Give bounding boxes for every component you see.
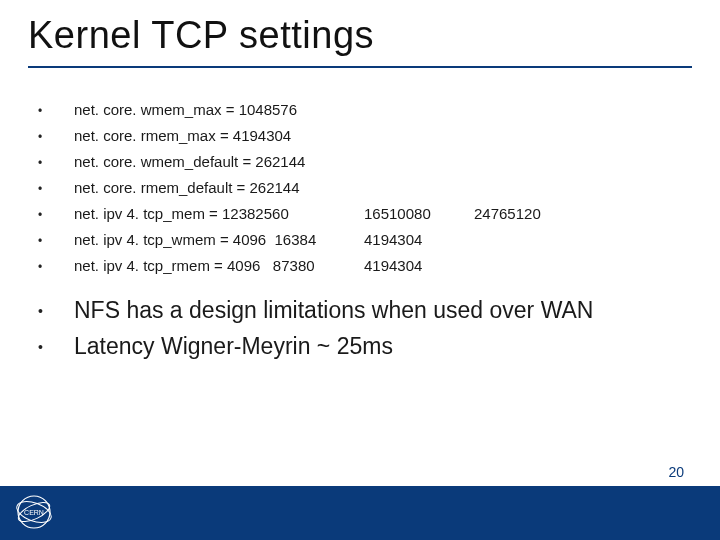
- note-text: NFS has a design limitations when used o…: [74, 295, 593, 325]
- cell: net. ipv 4. tcp_mem = 12382560: [74, 204, 364, 224]
- list-item: • NFS has a design limitations when used…: [38, 295, 678, 327]
- cell: 16510080: [364, 204, 474, 224]
- setting-text: net. core. rmem_default = 262144: [74, 178, 300, 198]
- settings-list: • net. core. wmem_max = 1048576 • net. c…: [38, 100, 678, 282]
- bullet-icon: •: [38, 256, 74, 278]
- bullet-icon: •: [38, 178, 74, 200]
- setting-text: net. ipv 4. tcp_mem = 123825601651008024…: [74, 204, 584, 224]
- list-item: • net. ipv 4. tcp_rmem = 4096 8738041943…: [38, 256, 678, 278]
- cern-logo-icon: CERN: [14, 492, 54, 532]
- cell: net. ipv 4. tcp_rmem = 4096 87380: [74, 256, 364, 276]
- cell: 4194304: [364, 256, 474, 276]
- cell: net. ipv 4. tcp_wmem = 4096 16384: [74, 230, 364, 250]
- setting-text: net. ipv 4. tcp_wmem = 4096 163844194304: [74, 230, 584, 250]
- list-item: • net. core. wmem_max = 1048576: [38, 100, 678, 122]
- bullet-icon: •: [38, 126, 74, 148]
- bullet-icon: •: [38, 152, 74, 174]
- title-underline: [28, 66, 692, 68]
- setting-text: net. core. rmem_max = 4194304: [74, 126, 291, 146]
- setting-text: net. core. wmem_default = 262144: [74, 152, 305, 172]
- list-item: • net. ipv 4. tcp_wmem = 4096 1638441943…: [38, 230, 678, 252]
- setting-text: net. ipv 4. tcp_rmem = 4096 873804194304: [74, 256, 584, 276]
- notes-list: • NFS has a design limitations when used…: [38, 295, 678, 367]
- setting-text: net. core. wmem_max = 1048576: [74, 100, 297, 120]
- list-item: • Latency Wigner-Meyrin ~ 25ms: [38, 331, 678, 363]
- bullet-icon: •: [38, 295, 74, 327]
- list-item: • net. core. rmem_max = 4194304: [38, 126, 678, 148]
- page-title: Kernel TCP settings: [28, 14, 374, 57]
- page-number: 20: [668, 464, 684, 480]
- bullet-icon: •: [38, 331, 74, 363]
- cell: 24765120: [474, 204, 584, 224]
- cell: 4194304: [364, 230, 474, 250]
- logo-text: CERN: [24, 509, 44, 516]
- list-item: • net. core. rmem_default = 262144: [38, 178, 678, 200]
- note-text: Latency Wigner-Meyrin ~ 25ms: [74, 331, 393, 361]
- bullet-icon: •: [38, 204, 74, 226]
- slide: Kernel TCP settings • net. core. wmem_ma…: [0, 0, 720, 540]
- list-item: • net. core. wmem_default = 262144: [38, 152, 678, 174]
- bullet-icon: •: [38, 230, 74, 252]
- footer-bar: CERN: [0, 486, 720, 540]
- list-item: • net. ipv 4. tcp_mem = 1238256016510080…: [38, 204, 678, 226]
- bullet-icon: •: [38, 100, 74, 122]
